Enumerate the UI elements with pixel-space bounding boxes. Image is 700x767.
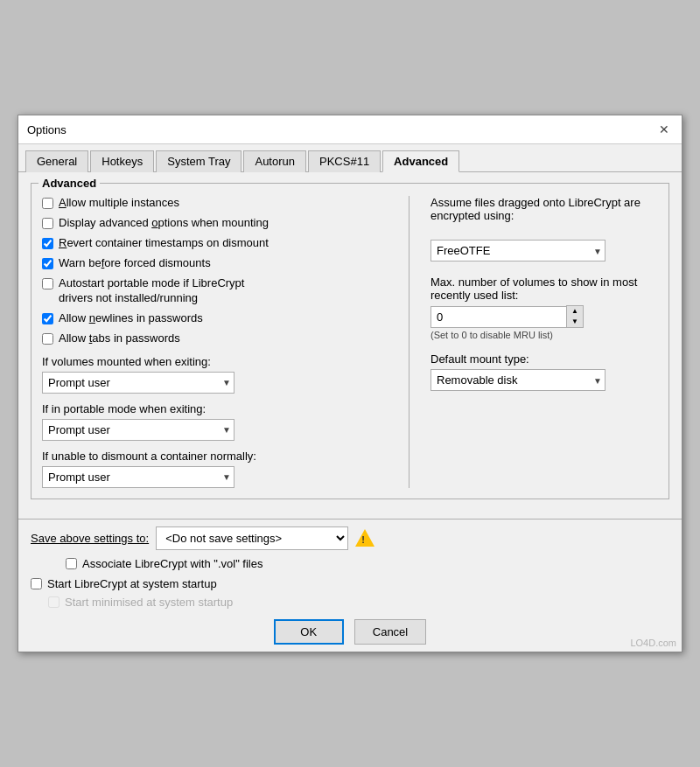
default-mount-label: Default mount type:	[430, 352, 658, 366]
checkbox-associate[interactable]	[66, 558, 77, 569]
mru-input[interactable]	[430, 306, 566, 328]
titlebar: Options ✕	[18, 115, 682, 144]
volumes-mounted-select[interactable]: Prompt user Dismount all Do nothing	[42, 372, 234, 394]
checkbox-multi-instance[interactable]	[42, 198, 53, 209]
ok-button[interactable]: OK	[274, 619, 344, 645]
tab-hotkeys[interactable]: Hotkeys	[90, 150, 154, 172]
mru-wrapper: ▲ ▼	[430, 305, 658, 328]
unable-dismount-dropdown-wrap: Prompt user Dismount all Do nothing ▼	[42, 466, 234, 488]
label-allow-tabs[interactable]: Allow tabs in passwords	[59, 331, 180, 346]
checkbox-row-revert: Revert container timestamps on dismount	[42, 236, 388, 251]
tab-pkcs11[interactable]: PKCS#11	[308, 150, 381, 172]
label-startup[interactable]: Start LibreCrypt at system startup	[47, 577, 217, 590]
tab-autorun[interactable]: Autorun	[243, 150, 306, 172]
mru-spinner: ▲ ▼	[566, 305, 584, 328]
label-allow-newlines[interactable]: Allow newlines in passwords	[59, 311, 203, 326]
encrypted-select[interactable]: FreeOTFE TrueCrypt	[430, 240, 606, 261]
checkbox-row-newlines: Allow newlines in passwords	[42, 311, 388, 326]
startup-row: Start LibreCrypt at system startup	[31, 577, 669, 590]
mru-spin-up[interactable]: ▲	[567, 306, 583, 317]
tab-content: Advanced Allow multiple instances	[18, 172, 682, 518]
ok-cancel-row: OK Cancel	[31, 619, 669, 645]
advanced-group: Advanced Allow multiple instances	[31, 183, 669, 499]
label-multi-instance[interactable]: Allow multiple instances	[59, 196, 179, 211]
tab-bar: General Hotkeys System Tray Autorun PKCS…	[18, 144, 682, 172]
mru-spin-down[interactable]: ▼	[567, 317, 583, 327]
checkbox-revert-timestamp[interactable]	[42, 238, 53, 249]
portable-mode-label: If in portable mode when exiting:	[42, 402, 388, 415]
watermark: LO4D.com	[630, 638, 676, 648]
label-autostart-portable[interactable]: Autostart portable mode if LibreCryptdri…	[59, 276, 244, 306]
volumes-mounted-label: If volumes mounted when exiting:	[42, 355, 388, 368]
portable-mode-dropdown-wrap: Prompt user Dismount all Do nothing ▼	[42, 419, 234, 441]
checkbox-allow-tabs[interactable]	[42, 333, 53, 345]
save-row: Save above settings to: <Do not save set…	[31, 526, 669, 550]
checkbox-allow-newlines[interactable]	[42, 313, 53, 324]
checkbox-startup-minimised[interactable]	[48, 596, 60, 608]
encrypted-dropdown-wrap: FreeOTFE TrueCrypt ▼	[430, 240, 606, 261]
close-button[interactable]: ✕	[655, 121, 673, 138]
checkbox-row-adv-options: Display advanced options when mounting	[42, 216, 388, 231]
default-mount-dropdown-wrap: Removable disk Fixed disk RAM disk ▼	[430, 369, 606, 391]
dialog-title: Options	[27, 123, 66, 136]
bottom-area: Save above settings to: <Do not save set…	[18, 519, 682, 652]
label-adv-options[interactable]: Display advanced options when mounting	[59, 216, 269, 231]
portable-mode-select[interactable]: Prompt user Dismount all Do nothing	[42, 419, 234, 441]
label-associate[interactable]: Associate LibreCrypt with ".vol" files	[82, 557, 262, 570]
mru-label: Max. number of volumes to show in most r…	[430, 275, 658, 302]
label-warn-dismount[interactable]: Warn before forced dismounts	[59, 256, 211, 271]
checkbox-row-multi: Allow multiple instances	[42, 196, 388, 211]
checkbox-autostart-portable[interactable]	[42, 278, 53, 289]
checkbox-adv-options[interactable]	[42, 218, 53, 229]
checkbox-warn-dismount[interactable]	[42, 258, 53, 269]
group-title: Advanced	[38, 177, 100, 190]
checkbox-row-warn: Warn before forced dismounts	[42, 256, 388, 271]
right-column: Assume files dragged onto LibreCrypt are…	[430, 196, 658, 487]
left-column: Allow multiple instances Display advance…	[42, 196, 388, 487]
associate-row: Associate LibreCrypt with ".vol" files	[31, 557, 669, 570]
checkbox-row-tabs: Allow tabs in passwords	[42, 331, 388, 346]
cancel-button[interactable]: Cancel	[354, 619, 426, 645]
checkbox-row-autostart: Autostart portable mode if LibreCryptdri…	[42, 276, 388, 306]
tab-system-tray[interactable]: System Tray	[156, 150, 242, 172]
options-dialog: Options ✕ General Hotkeys System Tray Au…	[18, 115, 682, 652]
unable-dismount-label: If unable to dismount a container normal…	[42, 450, 388, 463]
tab-advanced[interactable]: Advanced	[382, 150, 459, 172]
default-mount-select[interactable]: Removable disk Fixed disk RAM disk	[430, 369, 606, 391]
startup-minimised-row: Start minimised at system startup	[31, 596, 669, 609]
label-revert-timestamp[interactable]: Revert container timestamps on dismount	[59, 236, 269, 251]
tab-general[interactable]: General	[25, 150, 88, 172]
unable-dismount-select[interactable]: Prompt user Dismount all Do nothing	[42, 466, 234, 488]
vertical-divider	[409, 196, 410, 487]
label-startup-minimised: Start minimised at system startup	[65, 596, 233, 609]
mru-hint: (Set to 0 to disable MRU list)	[430, 330, 658, 340]
checkbox-startup[interactable]	[31, 578, 42, 589]
encrypted-label: Assume files dragged onto LibreCrypt are…	[430, 196, 658, 222]
warning-icon	[355, 529, 374, 547]
save-select[interactable]: <Do not save settings> Save to file	[156, 526, 348, 550]
save-label: Save above settings to:	[31, 532, 149, 545]
volumes-mounted-dropdown-wrap: Prompt user Dismount all Do nothing ▼	[42, 372, 234, 394]
group-inner: Allow multiple instances Display advance…	[42, 196, 658, 487]
